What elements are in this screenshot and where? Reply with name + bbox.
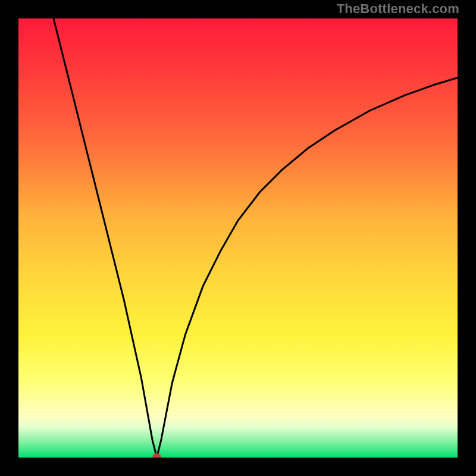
gradient-background: [18, 18, 458, 458]
plot-area: [18, 18, 458, 458]
watermark-label: TheBottleneck.com: [337, 1, 459, 17]
plot-svg: [18, 18, 458, 458]
chart-stage: TheBottleneck.com: [0, 0, 476, 476]
